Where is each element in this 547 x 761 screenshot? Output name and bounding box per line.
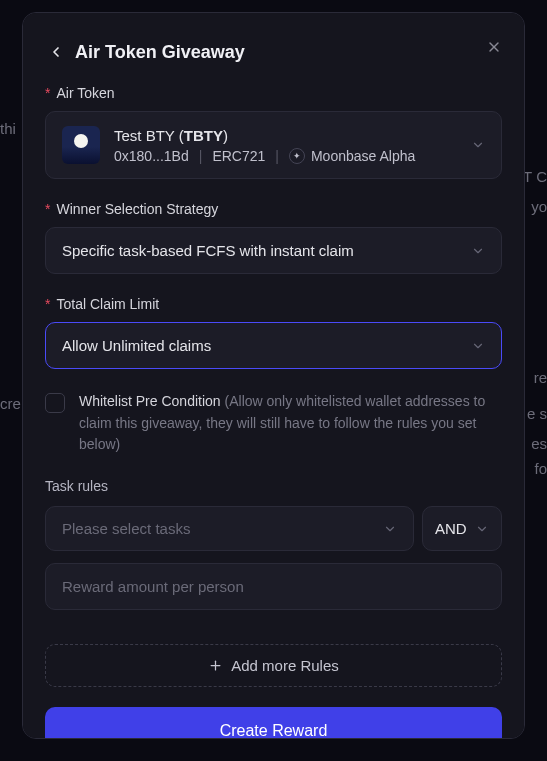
field-label: * Air Token	[45, 85, 502, 101]
bg-text: cre	[0, 395, 21, 412]
winner-strategy-label: Winner Selection Strategy	[56, 201, 218, 217]
token-paren: )	[223, 127, 228, 144]
whitelist-row: Whitelist Pre Condition (Allow only whit…	[45, 391, 502, 456]
task-select[interactable]: Please select tasks	[45, 506, 414, 551]
token-avatar	[62, 126, 100, 164]
token-meta: 0x180...1Bd | ERC721 | ✦ Moonbase Alpha	[114, 148, 471, 164]
claim-limit-label: Total Claim Limit	[56, 296, 159, 312]
claim-limit-value: Allow Unlimited claims	[62, 337, 211, 354]
field-label: * Total Claim Limit	[45, 296, 502, 312]
modal-header: Air Token Giveaway	[45, 41, 502, 63]
winner-strategy-select[interactable]: Specific task-based FCFS with instant cl…	[45, 227, 502, 274]
token-standard: ERC721	[212, 148, 265, 164]
chevron-down-icon	[383, 522, 397, 536]
claim-limit-select[interactable]: Allow Unlimited claims	[45, 322, 502, 369]
create-reward-label: Create Reward	[220, 722, 328, 739]
token-symbol: TBTY	[184, 127, 223, 144]
air-token-label: Air Token	[56, 85, 114, 101]
required-star: *	[45, 85, 50, 101]
required-star: *	[45, 296, 50, 312]
task-select-placeholder: Please select tasks	[62, 520, 190, 537]
token-address: 0x180...1Bd	[114, 148, 189, 164]
bg-text: es	[531, 435, 547, 452]
back-icon[interactable]	[45, 41, 67, 63]
meta-separator: |	[275, 148, 279, 164]
task-rule-row: Please select tasks AND	[45, 506, 502, 551]
create-reward-button[interactable]: Create Reward	[45, 707, 502, 739]
air-token-select[interactable]: Test BTY (TBTY) 0x180...1Bd | ERC721 | ✦…	[45, 111, 502, 179]
whitelist-label: Whitelist Pre Condition (Allow only whit…	[79, 391, 502, 456]
winner-strategy-value: Specific task-based FCFS with instant cl…	[62, 242, 354, 259]
air-token-field: * Air Token Test BTY (TBTY) 0x180...1Bd …	[45, 85, 502, 179]
winner-strategy-field: * Winner Selection Strategy Specific tas…	[45, 201, 502, 274]
claim-limit-field: * Total Claim Limit Allow Unlimited clai…	[45, 296, 502, 369]
network-name: Moonbase Alpha	[311, 148, 415, 164]
whitelist-title: Whitelist Pre Condition	[79, 393, 221, 409]
token-info: Test BTY (TBTY) 0x180...1Bd | ERC721 | ✦…	[114, 127, 471, 164]
chevron-down-icon	[471, 339, 485, 353]
bg-text: fo	[534, 460, 547, 477]
logic-value: AND	[435, 520, 467, 537]
giveaway-modal: Air Token Giveaway * Air Token Test BTY …	[22, 12, 525, 739]
bg-text: T C	[523, 168, 547, 185]
modal-title: Air Token Giveaway	[75, 42, 245, 63]
required-star: *	[45, 201, 50, 217]
chevron-down-icon	[471, 138, 485, 152]
network-chip: ✦ Moonbase Alpha	[289, 148, 415, 164]
bg-text: yo	[531, 198, 547, 215]
token-name: Test BTY (TBTY)	[114, 127, 471, 144]
bg-text: e s	[527, 405, 547, 422]
field-label: * Winner Selection Strategy	[45, 201, 502, 217]
chevron-down-icon	[475, 522, 489, 536]
add-more-rules-label: Add more Rules	[231, 657, 339, 674]
task-rules-label: Task rules	[45, 478, 502, 494]
chevron-down-icon	[471, 244, 485, 258]
whitelist-checkbox[interactable]	[45, 393, 65, 413]
bg-text: re	[534, 369, 547, 386]
close-icon[interactable]	[482, 35, 506, 59]
meta-separator: |	[199, 148, 203, 164]
bg-text: thi	[0, 120, 16, 137]
reward-amount-input[interactable]	[45, 563, 502, 610]
network-icon: ✦	[289, 148, 305, 164]
logic-select[interactable]: AND	[422, 506, 502, 551]
plus-icon	[208, 658, 223, 673]
token-name-text: Test BTY	[114, 127, 175, 144]
add-more-rules-button[interactable]: Add more Rules	[45, 644, 502, 687]
